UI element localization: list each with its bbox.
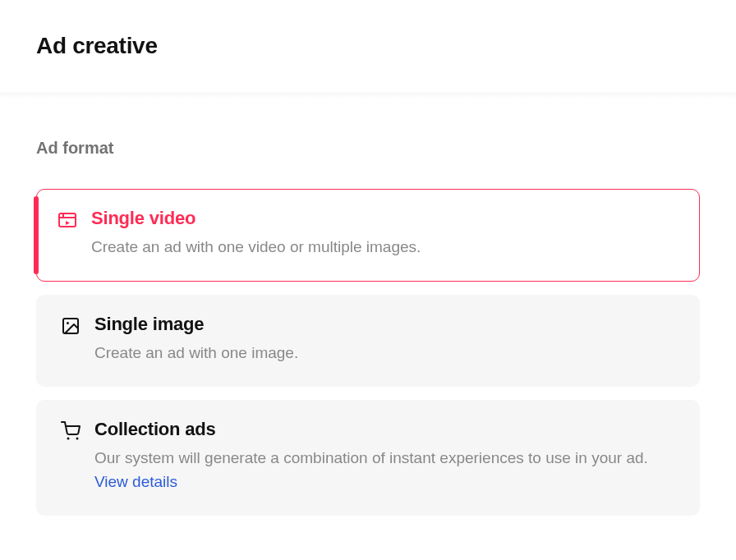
- option-text: Single image Create an ad with one image…: [94, 314, 676, 365]
- option-desc: Create an ad with one image.: [94, 342, 676, 365]
- option-title: Collection ads: [94, 419, 676, 440]
- page-title: Ad creative: [36, 33, 700, 59]
- divider: [0, 93, 736, 99]
- video-icon: [57, 209, 78, 231]
- view-details-link[interactable]: View details: [94, 473, 177, 490]
- image-icon: [60, 315, 81, 337]
- svg-rect-0: [59, 213, 76, 227]
- option-text: Single video Create an ad with one video…: [91, 208, 676, 259]
- svg-point-6: [67, 438, 70, 440]
- option-collection-ads[interactable]: Collection ads Our system will generate …: [36, 400, 700, 516]
- option-single-video[interactable]: Single video Create an ad with one video…: [36, 189, 700, 282]
- section-label: Ad format: [36, 139, 700, 158]
- header: Ad creative: [0, 0, 736, 93]
- option-single-image[interactable]: Single image Create an ad with one image…: [36, 295, 700, 388]
- svg-point-7: [76, 438, 79, 440]
- option-title: Single image: [94, 314, 676, 335]
- option-desc: Create an ad with one video or multiple …: [91, 236, 676, 259]
- option-desc-text: Our system will generate a combination o…: [94, 449, 648, 466]
- content-area: Ad format Single video Create an ad with…: [0, 99, 736, 560]
- option-title: Single video: [91, 208, 676, 229]
- cart-icon: [60, 420, 81, 442]
- option-desc: Our system will generate a combination o…: [94, 447, 676, 493]
- option-text: Collection ads Our system will generate …: [94, 419, 676, 493]
- svg-marker-3: [66, 221, 70, 225]
- svg-point-5: [67, 322, 69, 324]
